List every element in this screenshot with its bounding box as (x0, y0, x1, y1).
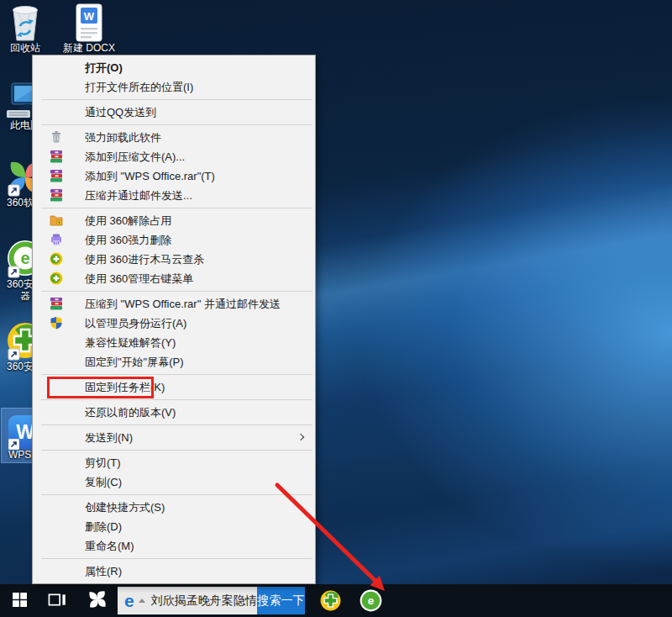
menu-item-open-file-location[interactable]: 打开文件所在的位置(I) (33, 77, 315, 97)
menu-item-properties[interactable]: 属性(R) (33, 562, 315, 581)
menu-separator (33, 447, 315, 453)
360-ball-icon (50, 272, 63, 285)
svg-text:W: W (84, 10, 95, 23)
360-pinwheel-taskbar-button[interactable] (79, 584, 116, 617)
menu-item-label: 使用 360管理右键菜单 (85, 272, 193, 285)
menu-item-force-uninstall[interactable]: 强力卸载此软件 (33, 128, 315, 147)
menu-item-label: 打开(O) (85, 61, 123, 74)
menu-item-label: 还原以前的版本(V) (85, 406, 176, 419)
menu-separator (33, 492, 315, 498)
task-view-icon (48, 593, 66, 609)
360-ball-icon (50, 252, 63, 266)
menu-item-label: 删除(D) (85, 520, 122, 533)
task-view-button[interactable] (39, 584, 76, 617)
desktop: { "desktop": { "icons": [ {"label": "回收站… (0, 0, 672, 617)
windows-logo-icon (13, 593, 27, 609)
menu-item-label: 创建快捷方式(S) (85, 501, 165, 514)
desktop-icon-label: 回收站 (10, 43, 40, 54)
menu-item-label: 通过QQ发送到 (85, 106, 156, 119)
menu-separator (33, 422, 315, 428)
menu-item-copy[interactable]: 复制(C) (33, 472, 315, 492)
menu-item-label: 重命名(M) (85, 540, 134, 552)
menu-item-label: 兼容性疑难解答(Y) (85, 336, 176, 349)
menu-item-label: 压缩到 "WPS Office.rar" 并通过邮件发送 (85, 298, 281, 310)
taskbar-search-box[interactable]: e 刘欣揭孟晚舟案隐情 搜索一下 (118, 587, 305, 614)
context-menu: 打开(O) 打开文件所在的位置(I) 通过QQ发送到 强力卸载此软件 添加到压缩… (32, 55, 316, 584)
tray-360-safeguard-icon[interactable] (320, 590, 341, 614)
desktop-icon-label: 新建 DOCX (63, 43, 115, 54)
menu-item-label: 压缩并通过邮件发送... (85, 189, 192, 202)
search-button[interactable]: 搜索一下 (257, 587, 305, 614)
winrar-icon (50, 297, 63, 310)
menu-item-rename[interactable]: 重命名(M) (33, 536, 315, 556)
svg-text:e: e (368, 594, 375, 607)
winrar-icon (50, 188, 63, 202)
recycle-bin-icon (8, 3, 43, 42)
folder-unlock-icon (50, 214, 63, 227)
menu-item-360-manage-context-menu[interactable]: 使用 360管理右键菜单 (33, 269, 315, 288)
submenu-arrow-icon (297, 434, 304, 440)
menu-item-label: 发送到(N) (85, 431, 133, 444)
menu-separator (33, 122, 315, 128)
menu-item-360-unlock[interactable]: 使用 360解除占用 (33, 211, 315, 230)
taskbar: e 刘欣揭孟晚舟案隐情 搜索一下 e (0, 584, 672, 617)
desktop-icon-recycle-bin[interactable]: 回收站 (2, 2, 49, 55)
desktop-icon-new-docx[interactable]: W 新建 DOCX (64, 2, 114, 55)
menu-item-label: 属性(R) (85, 565, 122, 577)
menu-separator (33, 97, 315, 103)
start-button[interactable] (0, 584, 39, 617)
menu-item-send-via-qq[interactable]: 通过QQ发送到 (33, 103, 315, 122)
menu-item-run-as-admin[interactable]: 以管理员身份运行(A) (33, 314, 315, 333)
menu-item-create-shortcut[interactable]: 创建快捷方式(S) (33, 498, 315, 517)
menu-item-label: 添加到 "WPS Office.rar"(T) (85, 170, 215, 182)
menu-item-label: 使用 360进行木马云查杀 (85, 253, 204, 266)
menu-item-delete[interactable]: 删除(D) (33, 517, 315, 536)
menu-item-label: 剪切(T) (85, 456, 121, 469)
winrar-icon (50, 150, 63, 163)
menu-item-pin-to-start[interactable]: 固定到"开始"屏幕(P) (33, 352, 315, 372)
menu-item-add-to-archive[interactable]: 添加到压缩文件(A)... (33, 147, 315, 166)
menu-item-label: 以管理员身份运行(A) (85, 317, 186, 330)
menu-item-open[interactable]: 打开(O) (33, 58, 315, 77)
browser-e-icon: e (124, 587, 134, 614)
menu-item-send-to[interactable]: 发送到(N) (33, 428, 315, 447)
trash-icon (50, 130, 63, 144)
menu-item-compress-and-email[interactable]: 压缩并通过邮件发送... (33, 186, 315, 205)
menu-item-label: 固定到任务栏(K) (85, 381, 165, 393)
menu-item-label: 打开文件所在的位置(I) (85, 81, 193, 93)
menu-item-add-to-named-archive[interactable]: 添加到 "WPS Office.rar"(T) (33, 166, 315, 186)
desktop-icon-label-line2: 器 (20, 291, 30, 302)
menu-item-compress-named-and-email[interactable]: 压缩到 "WPS Office.rar" 并通过邮件发送 (33, 294, 315, 314)
menu-item-compatibility-troubleshoot[interactable]: 兼容性疑难解答(Y) (33, 333, 315, 352)
search-query-text[interactable]: 刘欣揭孟晚舟案隐情 (151, 593, 257, 609)
shredder-icon (50, 233, 63, 246)
menu-item-360-trojan-scan[interactable]: 使用 360进行木马云查杀 (33, 250, 315, 269)
shortcut-arrow-icon (8, 439, 19, 450)
menu-item-label: 使用 360解除占用 (85, 214, 171, 227)
menu-item-label: 固定到"开始"屏幕(P) (85, 356, 184, 368)
menu-separator (33, 205, 315, 211)
360-pinwheel-icon (87, 588, 108, 613)
winrar-icon (50, 169, 63, 182)
menu-separator (33, 397, 315, 403)
menu-item-pin-to-taskbar[interactable]: 固定到任务栏(K) (33, 377, 315, 397)
menu-item-restore-previous-versions[interactable]: 还原以前的版本(V) (33, 403, 315, 422)
menu-separator (33, 556, 315, 562)
menu-separator (33, 372, 315, 377)
menu-item-cut[interactable]: 剪切(T) (33, 453, 315, 472)
menu-separator (33, 288, 315, 294)
menu-item-label: 使用 360强力删除 (85, 234, 171, 246)
tray-360-browser-icon[interactable]: e (360, 589, 382, 614)
menu-item-360-force-delete[interactable]: 使用 360强力删除 (33, 230, 315, 250)
menu-item-label: 添加到压缩文件(A)... (85, 150, 185, 163)
uac-shield-icon (50, 316, 63, 330)
menu-item-label: 复制(C) (85, 476, 122, 488)
wps-document-icon: W (74, 3, 104, 42)
caret-up-icon[interactable] (139, 599, 145, 603)
menu-item-label: 强力卸载此软件 (85, 131, 161, 144)
svg-text:e: e (20, 249, 29, 267)
